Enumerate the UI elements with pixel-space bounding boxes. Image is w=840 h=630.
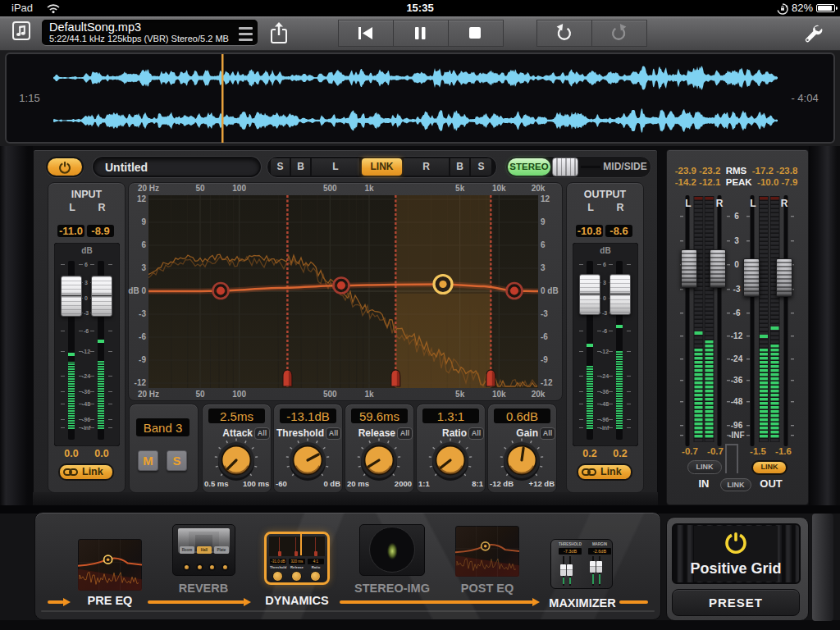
- svg-text:-48: -48: [82, 401, 90, 407]
- svg-text:-24: -24: [82, 373, 90, 379]
- svg-text:-12: -12: [82, 349, 90, 354]
- svg-text:-3: -3: [602, 310, 607, 316]
- svg-text:0: 0: [84, 295, 88, 301]
- svg-text:-36: -36: [600, 389, 609, 395]
- svg-text:-INF: -INF: [728, 431, 744, 440]
- svg-text:-48: -48: [600, 401, 609, 407]
- svg-text:-12: -12: [731, 331, 743, 340]
- svg-text:-24: -24: [600, 373, 609, 379]
- svg-text:dB: dB: [81, 246, 92, 255]
- svg-text:6: 6: [603, 262, 606, 267]
- svg-text:0: 0: [734, 260, 739, 269]
- svg-text:-96: -96: [82, 417, 90, 422]
- svg-text:-3: -3: [733, 285, 741, 294]
- svg-text:-12: -12: [600, 349, 609, 354]
- svg-text:-24: -24: [731, 354, 743, 363]
- svg-text:3: 3: [734, 236, 739, 245]
- svg-text:-inf: -inf: [600, 425, 610, 431]
- svg-text:-96: -96: [731, 421, 743, 430]
- svg-text:6: 6: [84, 262, 88, 267]
- svg-text:-inf: -inf: [82, 425, 92, 431]
- svg-text:-36: -36: [731, 376, 743, 385]
- svg-text:-96: -96: [600, 417, 609, 422]
- svg-text:-48: -48: [731, 397, 743, 406]
- svg-text:-6: -6: [733, 308, 741, 317]
- svg-text:-6: -6: [84, 328, 89, 334]
- svg-text:-6: -6: [602, 328, 607, 334]
- svg-text:3: 3: [603, 280, 606, 285]
- svg-text:-3: -3: [84, 310, 89, 316]
- svg-text:3: 3: [84, 280, 88, 285]
- svg-text:6: 6: [734, 212, 739, 221]
- svg-text:dB: dB: [600, 246, 610, 255]
- svg-text:-36: -36: [82, 389, 90, 395]
- svg-text:0: 0: [603, 295, 606, 301]
